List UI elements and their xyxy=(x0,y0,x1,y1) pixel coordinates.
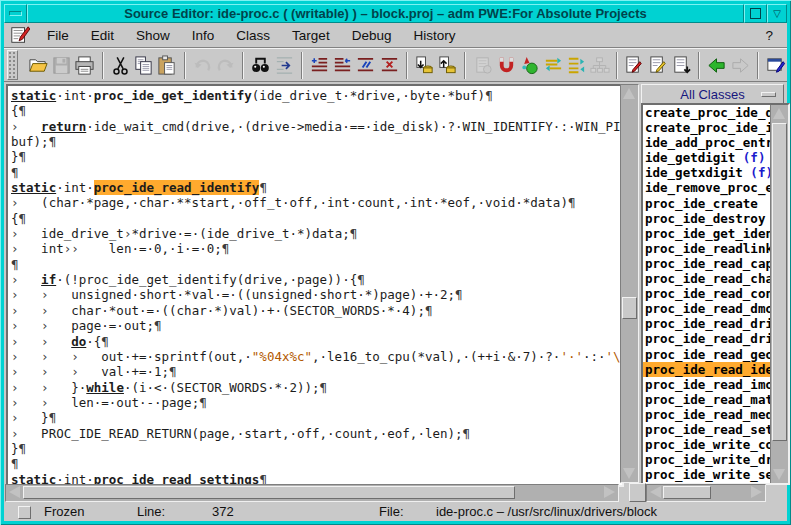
class-list-item[interactable]: proc_ide_read_con xyxy=(643,286,771,301)
class-list-item[interactable]: proc_ide_read_geo xyxy=(643,347,771,362)
pane-divider-sash[interactable] xyxy=(629,483,646,502)
scroll-up-arrow-icon[interactable] xyxy=(623,88,635,99)
window-shade-button[interactable]: ▽ xyxy=(767,4,787,23)
indent-button[interactable] xyxy=(308,52,331,79)
class-list-item[interactable]: proc_ide_write_co xyxy=(643,437,771,452)
class-list-horizontal-scrollbar[interactable] xyxy=(646,484,766,502)
menu-item-edit[interactable]: Edit xyxy=(80,28,125,43)
scroll-left-arrow-icon[interactable] xyxy=(650,486,661,498)
class-list-hscroll-thumb[interactable] xyxy=(663,486,711,499)
open-button[interactable] xyxy=(27,52,50,79)
code-editor-area[interactable]: static·int·proc_ide_get_identify(ide_dri… xyxy=(6,84,624,487)
save-icon xyxy=(51,55,72,76)
class-list-vscroll-thumb[interactable] xyxy=(772,123,787,441)
menu-item-debug[interactable]: Debug xyxy=(341,28,403,43)
class-list-item[interactable]: proc_ide_read_med xyxy=(643,407,771,422)
window-title: Source Editor: ide-proc.c ( (writable) )… xyxy=(124,6,646,21)
title-area[interactable]: Source Editor: ide-proc.c ( (writable) )… xyxy=(27,4,744,23)
class-list-item[interactable]: proc_ide_read_cha xyxy=(643,271,771,286)
edit-implementation-button[interactable] xyxy=(647,52,670,79)
code-line: › › char·*out·=·((char·*)val)·+·(SECTOR_… xyxy=(11,303,622,318)
class-list-item[interactable]: proc_ide_create xyxy=(643,196,771,211)
scroll-down-arrow-icon[interactable] xyxy=(623,468,635,479)
menu-item-info[interactable]: Info xyxy=(181,28,226,43)
class-list-item[interactable]: ide_add_proc_entr xyxy=(643,135,771,150)
paste-button[interactable] xyxy=(155,52,178,79)
run-button[interactable] xyxy=(518,52,541,79)
menu-item-target[interactable]: Target xyxy=(281,28,341,43)
outdent-button[interactable] xyxy=(331,52,354,79)
toolbar-grip-handle[interactable] xyxy=(7,50,18,80)
help-menu[interactable]: ? xyxy=(765,28,787,43)
class-list-item[interactable]: proc_ide_read_mat xyxy=(643,392,771,407)
code-line: › (char·*page,·char·**start,·off_t·off,·… xyxy=(11,195,622,210)
diff-button[interactable] xyxy=(541,52,564,79)
editor-vertical-scrollbar[interactable] xyxy=(620,84,639,483)
scroll-right-arrow-icon[interactable] xyxy=(604,486,615,498)
back-button[interactable] xyxy=(705,52,728,79)
merge-button[interactable] xyxy=(565,52,588,79)
goto-line-button[interactable] xyxy=(272,52,295,79)
reload-button[interactable] xyxy=(670,52,693,79)
scroll-left-arrow-icon[interactable] xyxy=(9,486,20,498)
toolbar-separator xyxy=(698,52,700,79)
class-list-item[interactable]: create_proc_ide_i xyxy=(643,120,771,135)
menu-item-file[interactable]: File xyxy=(36,28,80,43)
class-list-item[interactable]: proc_ide_read_dri xyxy=(643,331,771,346)
frozen-toggle[interactable] xyxy=(18,506,31,519)
class-list-item[interactable]: proc_ide_read_cap xyxy=(643,256,771,271)
class-list-item[interactable]: proc_ide_read_imo xyxy=(643,377,771,392)
print-button[interactable] xyxy=(73,52,96,79)
code-text: out·+=·sprintf(out,· xyxy=(101,349,252,364)
class-list-vertical-scrollbar[interactable] xyxy=(770,105,788,483)
copy-button[interactable] xyxy=(132,52,155,79)
editor-vscroll-thumb[interactable] xyxy=(622,297,637,319)
class-list-item[interactable]: ide_getxdigit (f) xyxy=(643,165,771,180)
class-list-item[interactable]: proc_ide_read_set xyxy=(643,422,771,437)
tab-marker: › xyxy=(11,410,41,425)
code-text: ,·le16_to_cpu(*val),·(++i·&·7)·?· xyxy=(312,349,560,364)
edit-declaration-button[interactable] xyxy=(623,52,646,79)
pilcrow-mark: ¶ xyxy=(19,149,27,164)
class-list-item[interactable]: proc_ide_get_iden xyxy=(643,226,771,241)
window-menu-button[interactable] xyxy=(4,4,27,23)
class-filter-dropdown[interactable]: All Classes xyxy=(641,84,784,104)
undo-button xyxy=(191,52,214,79)
code-line: › › unsigned·short·*val·=·((unsigned·sho… xyxy=(11,287,622,302)
function-suffix: (f) xyxy=(735,150,765,165)
scroll-up-arrow-icon[interactable] xyxy=(773,108,785,119)
edit-implementation-icon xyxy=(648,55,669,76)
class-list-item[interactable]: proc_ide_readlink xyxy=(643,241,771,256)
class-list-item[interactable]: ide_remove_proc_e xyxy=(643,180,771,195)
class-list-item[interactable]: proc_ide_write_dr xyxy=(643,452,771,467)
class-list-item[interactable]: proc_ide_read_dri xyxy=(643,316,771,331)
find-button[interactable] xyxy=(249,52,272,79)
comment-icon xyxy=(355,55,376,76)
class-list-item[interactable]: proc_ide_destroy xyxy=(643,211,771,226)
editor-hscroll-thumb[interactable] xyxy=(23,486,515,499)
code-line: › › › val·+=·1;¶ xyxy=(11,364,622,379)
uncomment-button[interactable] xyxy=(378,52,401,79)
menu-item-class[interactable]: Class xyxy=(225,28,281,43)
menu-item-history[interactable]: History xyxy=(402,28,466,43)
maximize-button[interactable] xyxy=(744,4,767,23)
tab-marker: › › xyxy=(11,334,71,349)
editor-horizontal-scrollbar[interactable] xyxy=(5,484,619,502)
pilcrow-mark: ¶ xyxy=(568,195,576,210)
class-list-item[interactable]: ide_getdigit (f) xyxy=(643,150,771,165)
comment-button[interactable] xyxy=(354,52,377,79)
class-list-item[interactable]: proc_ide_read_ide xyxy=(643,362,771,377)
menu-item-show[interactable]: Show xyxy=(125,28,181,43)
magnet-button[interactable] xyxy=(495,52,518,79)
properties-button[interactable] xyxy=(764,52,787,79)
class-list-item[interactable]: proc_ide_write_se xyxy=(643,467,771,482)
scroll-right-arrow-icon[interactable] xyxy=(751,486,762,498)
window-menu-dash-icon xyxy=(9,11,22,16)
cut-button[interactable] xyxy=(109,52,132,79)
check-in-button[interactable] xyxy=(413,52,436,79)
class-list-item[interactable]: proc_ide_read_dmo xyxy=(643,301,771,316)
scroll-down-arrow-icon[interactable] xyxy=(773,469,785,480)
check-out-button[interactable] xyxy=(436,52,459,79)
class-list-item[interactable]: create_proc_ide_d xyxy=(643,105,771,120)
code-text: len·=·out·-·page; xyxy=(71,395,199,410)
